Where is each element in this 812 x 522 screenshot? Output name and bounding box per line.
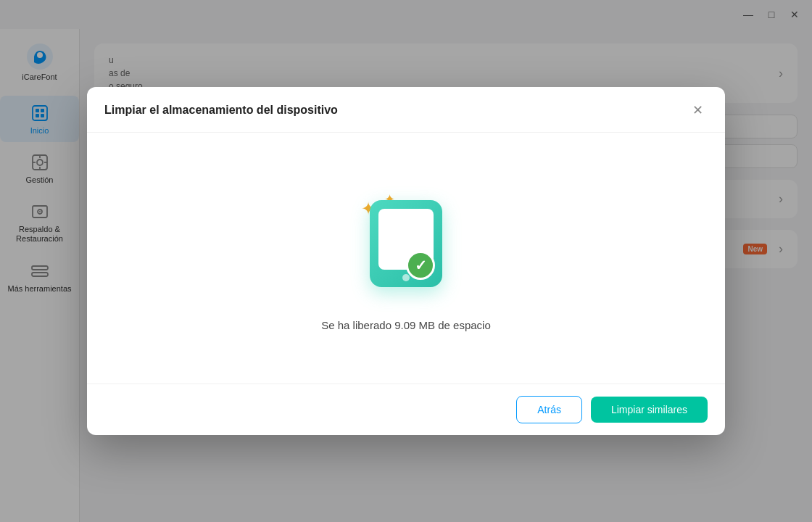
modal-close-button[interactable]: ✕ [687,100,708,120]
modal-dialog: Limpiar el almacenamiento del dispositiv… [87,87,725,435]
success-badge: ✓ [406,251,435,280]
checkmark-icon: ✓ [415,258,427,273]
modal-footer: Atrás Limpiar similares [87,384,725,435]
modal-body: ✦ ✦ ✦ ✓ Se ha liberado 9.09 MB de espac [87,133,725,384]
success-illustration: ✦ ✦ ✦ ✓ [348,186,464,302]
modal-header: Limpiar el almacenamiento del dispositiv… [87,87,725,133]
app-window: — □ ✕ iCareFont [0,0,812,522]
back-button[interactable]: Atrás [516,396,582,423]
phone-card: ✓ [370,200,442,287]
clean-similar-button[interactable]: Limpiar similares [591,397,708,423]
success-message: Se ha liberado 9.09 MB de espacio [321,319,491,331]
modal-overlay: Limpiar el almacenamiento del dispositiv… [0,0,812,522]
phone-dot [402,274,410,281]
modal-title: Limpiar el almacenamiento del dispositiv… [104,104,338,117]
